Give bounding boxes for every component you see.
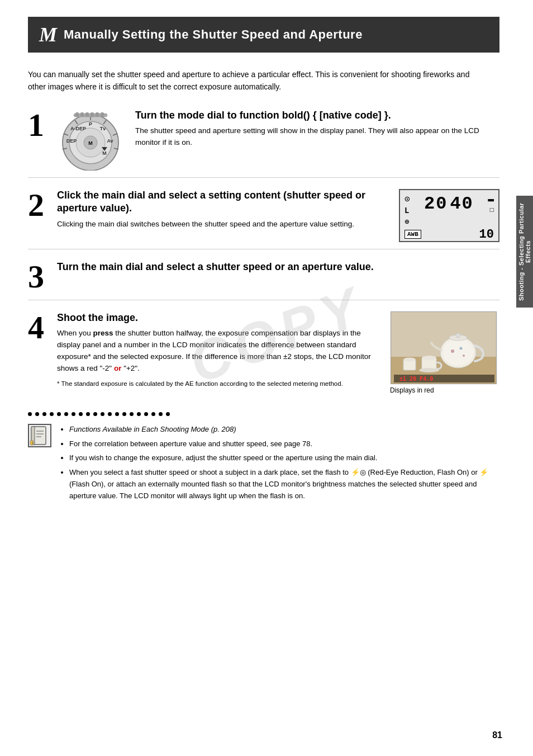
step-2-title: Click the main dial and select a setting… — [57, 189, 390, 215]
svg-text:Av: Av — [107, 138, 113, 144]
or-text: or — [114, 364, 122, 372]
svg-text:P: P — [89, 121, 92, 127]
title-text: Manually Setting the Shutter Speed and A… — [64, 27, 363, 42]
dot-14 — [122, 412, 126, 416]
step-1: 1 P Tv — [28, 109, 499, 178]
dot-9 — [86, 412, 90, 416]
lcd-right-icons: ▬ □ — [488, 193, 494, 214]
dot-17 — [144, 412, 148, 416]
svg-text:A-DEP: A-DEP — [70, 126, 86, 131]
dot-6 — [64, 412, 68, 416]
dot-15 — [130, 412, 134, 416]
info-section: i Functions Available in Each Shooting M… — [28, 424, 499, 505]
step-4-footnote: * The standard exposure is calculated by… — [57, 379, 379, 389]
svg-point-29 — [442, 339, 474, 366]
lcd-focus-icon: ⊙ — [404, 193, 410, 205]
svg-text:DEP: DEP — [66, 138, 77, 144]
step-4-title: Shoot the image. — [57, 311, 379, 324]
step-3-content: Turn the main dial and select a shutter … — [57, 261, 499, 293]
camera-photo: ±1 20 F4.0 — [391, 311, 497, 384]
lcd-aperture: 40 — [450, 193, 473, 214]
title-letter: M — [39, 25, 57, 45]
step-3-number: 3 — [28, 261, 48, 293]
svg-point-35 — [403, 357, 416, 361]
step-2: 2 Click the main dial and select a setti… — [28, 189, 499, 249]
step-3-title: Turn the main dial and select a shutter … — [57, 261, 499, 273]
lcd-awb-badge: AWB — [404, 230, 421, 239]
dot-18 — [151, 412, 155, 416]
lcd-small-number: 10 — [479, 228, 494, 242]
page: COPY Shooting - Selecting Particular Eff… — [0, 0, 533, 756]
lcd-icons-left: ⊙ L ⊕ — [404, 193, 410, 226]
lcd-big-numbers: 20 40 — [424, 193, 474, 214]
photo-caption: Displays in red — [388, 386, 499, 394]
svg-point-37 — [451, 349, 454, 353]
svg-point-33 — [422, 356, 436, 360]
lcd-bottom-row: AWB 10 — [404, 228, 494, 242]
dot-13 — [115, 412, 119, 416]
svg-rect-23 — [91, 112, 94, 117]
dot-19 — [159, 412, 163, 416]
svg-rect-21 — [80, 112, 84, 117]
dots-divider — [28, 412, 499, 416]
lcd-shutter-speed: 20 — [424, 193, 448, 214]
svg-text:M: M — [88, 140, 93, 146]
step-1-content: Turn the mode dial to function bold() { … — [135, 109, 499, 149]
step-4: 4 Shoot the image. When you press the sh… — [28, 311, 499, 401]
page-number: 81 — [492, 730, 502, 740]
lcd-mode-square-icon: □ — [490, 206, 494, 214]
lcd-L-icon: L — [404, 206, 410, 215]
dot-7 — [72, 412, 75, 416]
svg-point-39 — [463, 355, 465, 357]
step-4-text: Shoot the image. When you press the shut… — [57, 311, 379, 389]
step-3: 3 Turn the main dial and select a shutte… — [28, 261, 499, 300]
svg-text:i: i — [32, 441, 33, 445]
svg-rect-22 — [85, 112, 89, 117]
svg-text:±1 20   F4.0: ±1 20 F4.0 — [399, 376, 433, 382]
svg-text:Tv: Tv — [100, 126, 106, 131]
info-list: Functions Available in Each Shooting Mod… — [60, 424, 499, 505]
dot-3 — [42, 412, 46, 416]
step-1-title: Turn the mode dial to function bold() { … — [135, 109, 499, 122]
svg-point-31 — [456, 333, 460, 338]
sidebar-tab: Shooting - Selecting Particular Effects — [516, 196, 533, 308]
dot-12 — [108, 412, 112, 416]
step-2-number: 2 — [28, 189, 48, 242]
dot-20 — [166, 412, 170, 416]
info-bullet-3: If you wish to change the exposure, adju… — [69, 452, 499, 464]
intro-paragraph: You can manually set the shutter speed a… — [28, 68, 486, 93]
step-4-number: 4 — [28, 311, 48, 394]
svg-rect-24 — [96, 112, 99, 117]
lcd-top-row: ⊙ L ⊕ 20 40 ▬ □ — [404, 193, 494, 226]
step-4-image-area: ±1 20 F4.0 Displays in red — [388, 311, 499, 394]
dot-2 — [35, 412, 39, 416]
svg-rect-20 — [75, 112, 79, 117]
info-bullet-1: Functions Available in Each Shooting Mod… — [69, 424, 499, 436]
info-note-icon: i — [28, 424, 51, 447]
dot-4 — [50, 412, 54, 416]
step-1-number: 1 — [28, 109, 48, 171]
info-bullet-4: When you select a fast shutter speed or … — [69, 467, 499, 502]
dot-10 — [93, 412, 97, 416]
dot-1 — [28, 412, 32, 416]
step-2-desc: Clicking the main dial switches between … — [57, 219, 390, 230]
dot-8 — [79, 412, 83, 416]
lcd-battery-icon: ▬ — [488, 193, 494, 205]
mode-dial-image: P Tv Av M A-DEP DEP M — [57, 109, 124, 171]
info-bullet-2: For the correlation between aperture val… — [69, 438, 499, 450]
svg-point-38 — [460, 347, 463, 349]
title-box: M Manually Setting the Shutter Speed and… — [28, 17, 499, 53]
dot-16 — [137, 412, 141, 416]
lcd-dial-icon: ⊕ — [404, 217, 410, 226]
step-4-desc: When you press the shutter button halfwa… — [57, 328, 379, 375]
step-1-desc: The shutter speed and aperture setting w… — [135, 125, 499, 149]
dot-5 — [57, 412, 61, 416]
dot-11 — [101, 412, 104, 416]
svg-point-36 — [419, 368, 439, 372]
step-2-text: Click the main dial and select a setting… — [57, 189, 390, 230]
lcd-panel: ⊙ L ⊕ 20 40 ▬ □ — [399, 189, 499, 242]
svg-text:M: M — [102, 150, 107, 156]
svg-rect-25 — [101, 112, 104, 117]
